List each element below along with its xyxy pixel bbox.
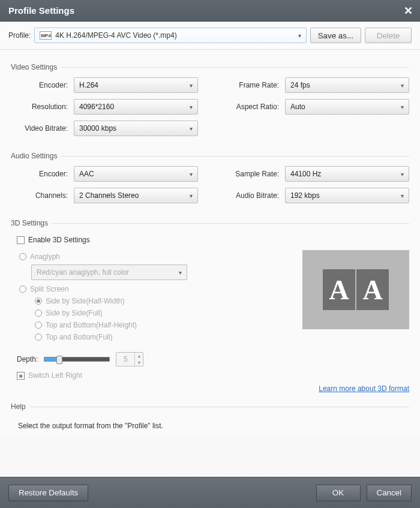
chevron-down-icon: ▾ xyxy=(401,193,404,199)
preview-right-tile: A xyxy=(356,269,389,310)
depth-slider-thumb[interactable] xyxy=(56,356,62,364)
three-d-settings-legend: 3D Settings xyxy=(11,219,52,227)
learn-more-link[interactable]: Learn more about 3D format xyxy=(11,384,409,393)
chevron-down-icon: ▾ xyxy=(401,82,404,89)
audio-bitrate-label: Audio Bitrate: xyxy=(222,191,285,200)
three-d-preview: A A xyxy=(302,250,409,329)
spinner-up-icon: ▲ xyxy=(135,353,143,359)
enable-3d-label: Enable 3D Settings xyxy=(28,236,90,244)
video-settings-group: Video Settings Encoder: H.264▾ Frame Rat… xyxy=(11,63,409,142)
video-settings-legend: Video Settings xyxy=(11,63,61,71)
titlebar: Profile Settings ✕ xyxy=(0,0,420,22)
video-bitrate-label: Video Bitrate: xyxy=(11,124,74,133)
depth-slider[interactable] xyxy=(44,357,110,362)
switch-lr-label: Switch Left Right xyxy=(28,371,82,380)
chevron-down-icon: ▾ xyxy=(190,82,193,89)
frame-rate-label: Frame Rate: xyxy=(222,81,285,89)
frame-rate-select[interactable]: 24 fps▾ xyxy=(285,77,409,93)
resolution-label: Resolution: xyxy=(11,103,74,111)
anaglyph-label: Anaglyph xyxy=(30,253,60,261)
profile-select[interactable]: MP4 4K H.264/MPEG-4 AVC Video (*.mp4) ▾ xyxy=(34,28,306,43)
preview-left-tile: A xyxy=(323,269,355,310)
mp4-icon: MP4 xyxy=(40,31,52,40)
switch-lr-checkbox: ■ xyxy=(17,372,25,380)
footer: Restore Defaults OK Cancel xyxy=(0,477,420,508)
anaglyph-radio xyxy=(19,253,26,260)
sbs-half-radio xyxy=(35,297,42,305)
video-bitrate-select[interactable]: 30000 kbps▾ xyxy=(74,121,198,136)
anaglyph-mode-select: Red/cyan anaglyph, full color▾ xyxy=(31,264,187,280)
delete-button: Delete xyxy=(365,28,412,43)
depth-value: 5 xyxy=(116,355,134,363)
chevron-down-icon: ▾ xyxy=(190,193,193,199)
depth-label: Depth: xyxy=(17,355,38,363)
enable-3d-checkbox[interactable] xyxy=(17,236,25,244)
depth-spinner: 5 ▲▼ xyxy=(116,352,143,366)
chevron-down-icon: ▾ xyxy=(190,104,193,110)
split-screen-label: Split Screen xyxy=(30,285,69,293)
sample-rate-select[interactable]: 44100 Hz▾ xyxy=(285,166,409,182)
tab-half-radio xyxy=(35,321,42,329)
help-group: Help Select the output format from the "… xyxy=(11,402,409,430)
help-legend: Help xyxy=(11,402,29,411)
chevron-down-icon: ▾ xyxy=(401,171,404,178)
help-text: Select the output format from the "Profi… xyxy=(18,422,409,430)
channels-label: Channels: xyxy=(11,191,74,200)
channels-select[interactable]: 2 Channels Stereo▾ xyxy=(74,188,198,203)
chevron-down-icon: ▾ xyxy=(401,104,404,110)
tab-full-radio xyxy=(35,333,42,341)
chevron-down-icon: ▾ xyxy=(179,269,182,276)
chevron-down-icon: ▾ xyxy=(190,125,193,132)
chevron-down-icon: ▾ xyxy=(298,32,301,39)
ok-button[interactable]: OK xyxy=(316,485,361,501)
sbs-full-radio xyxy=(35,309,42,317)
sbs-full-label: Side by Side(Full) xyxy=(46,309,103,317)
tab-half-label: Top and Bottom(Half-Height) xyxy=(46,321,137,329)
three-d-settings-group: 3D Settings Enable 3D Settings Anaglyph … xyxy=(11,219,409,393)
video-encoder-label: Encoder: xyxy=(11,81,74,89)
audio-settings-group: Audio Settings Encoder: AAC▾ Sample Rate… xyxy=(11,152,409,209)
audio-settings-legend: Audio Settings xyxy=(11,152,61,160)
split-screen-radio xyxy=(19,285,26,293)
aspect-ratio-select[interactable]: Auto▾ xyxy=(285,99,409,115)
sbs-half-label: Side by Side(Half-Width) xyxy=(46,297,124,305)
spinner-down-icon: ▼ xyxy=(135,359,143,366)
resolution-select[interactable]: 4096*2160▾ xyxy=(74,99,198,115)
profile-value: 4K H.264/MPEG-4 AVC Video (*.mp4) xyxy=(55,31,176,40)
close-icon[interactable]: ✕ xyxy=(404,4,413,17)
sample-rate-label: Sample Rate: xyxy=(222,170,285,178)
audio-encoder-label: Encoder: xyxy=(11,170,74,178)
profile-row: Profile: MP4 4K H.264/MPEG-4 AVC Video (… xyxy=(0,22,420,50)
cancel-button[interactable]: Cancel xyxy=(367,485,412,501)
video-encoder-select[interactable]: H.264▾ xyxy=(74,77,198,93)
tab-full-label: Top and Bottom(Full) xyxy=(46,333,112,341)
chevron-down-icon: ▾ xyxy=(190,171,193,178)
audio-encoder-select[interactable]: AAC▾ xyxy=(74,166,198,182)
restore-defaults-button[interactable]: Restore Defaults xyxy=(8,485,88,501)
profile-label: Profile: xyxy=(8,31,31,40)
window-title: Profile Settings xyxy=(8,5,74,16)
audio-bitrate-select[interactable]: 192 kbps▾ xyxy=(285,188,409,203)
aspect-ratio-label: Aspect Ratio: xyxy=(222,103,285,111)
save-as-button[interactable]: Save as... xyxy=(310,28,361,43)
